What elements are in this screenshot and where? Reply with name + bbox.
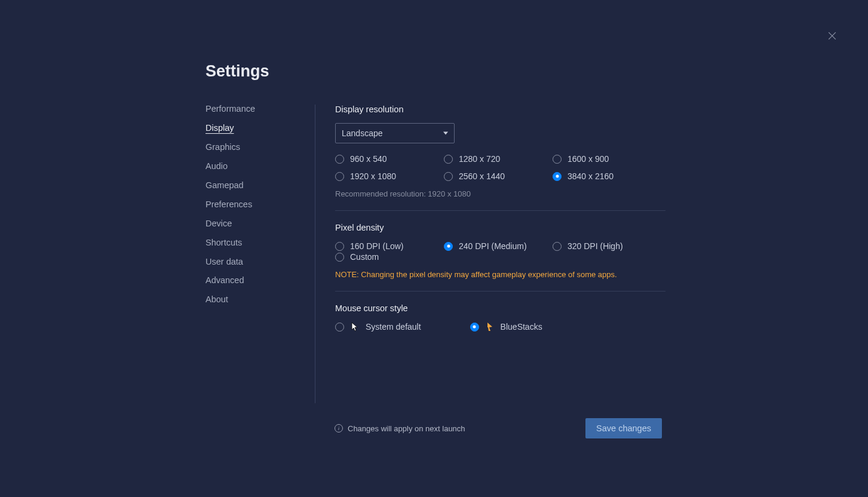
sidebar-item-display[interactable]: Display bbox=[206, 124, 303, 133]
sidebar-item-user-data[interactable]: User data bbox=[206, 257, 303, 267]
mouse-cursor-title: Mouse cursor style bbox=[335, 303, 665, 313]
radio-cursor-system-default[interactable]: System default bbox=[335, 322, 421, 332]
sidebar-item-audio[interactable]: Audio bbox=[206, 162, 303, 171]
radio-resolution-960x540[interactable]: 960 x 540 bbox=[335, 154, 444, 164]
sidebar-item-advanced[interactable]: Advanced bbox=[206, 276, 303, 286]
sidebar-item-performance[interactable]: Performance bbox=[206, 105, 303, 114]
settings-sidebar: PerformanceDisplayGraphicsAudioGamepadPr… bbox=[206, 105, 315, 403]
radio-dpi-custom[interactable]: Custom bbox=[335, 252, 665, 262]
radio-label: 160 DPI (Low) bbox=[350, 241, 403, 251]
pixel-density-note: NOTE: Changing the pixel density may aff… bbox=[335, 270, 665, 279]
radio-circle-icon bbox=[335, 172, 344, 181]
radio-circle-icon bbox=[553, 155, 562, 164]
radio-circle-icon bbox=[335, 242, 344, 251]
radio-circle-icon bbox=[553, 242, 562, 251]
radio-label: 960 x 540 bbox=[350, 154, 387, 164]
orientation-select-value: Landscape bbox=[342, 128, 383, 138]
radio-cursor-bluestacks[interactable]: BlueStacks bbox=[470, 322, 542, 332]
radio-resolution-1600x900[interactable]: 1600 x 900 bbox=[553, 154, 661, 164]
chevron-down-icon bbox=[443, 132, 448, 135]
radio-resolution-1920x1080[interactable]: 1920 x 1080 bbox=[335, 171, 444, 181]
info-icon: i bbox=[335, 424, 343, 432]
sidebar-item-graphics[interactable]: Graphics bbox=[206, 143, 303, 152]
footer-notice: i Changes will apply on next launch bbox=[335, 424, 465, 433]
radio-label: BlueStacks bbox=[501, 322, 542, 332]
sidebar-item-gamepad[interactable]: Gamepad bbox=[206, 181, 303, 191]
section-pixel-density: Pixel density 160 DPI (Low)240 DPI (Medi… bbox=[335, 223, 665, 292]
radio-label: 240 DPI (Medium) bbox=[459, 241, 527, 251]
sidebar-item-device[interactable]: Device bbox=[206, 219, 303, 229]
radio-dpi-320-dpi-high-[interactable]: 320 DPI (High) bbox=[553, 241, 661, 251]
radio-resolution-2560x1440[interactable]: 2560 x 1440 bbox=[444, 171, 553, 181]
footer-notice-text: Changes will apply on next launch bbox=[348, 424, 465, 433]
radio-label: 1600 x 900 bbox=[568, 154, 609, 164]
radio-resolution-3840x2160[interactable]: 3840 x 2160 bbox=[553, 171, 661, 181]
radio-circle-icon bbox=[335, 253, 344, 262]
radio-circle-icon bbox=[335, 155, 344, 164]
radio-circle-icon bbox=[553, 172, 562, 181]
radio-circle-icon bbox=[470, 323, 479, 332]
pixel-density-title: Pixel density bbox=[335, 223, 665, 232]
radio-label: 320 DPI (High) bbox=[568, 241, 623, 251]
system-cursor-icon bbox=[350, 322, 360, 332]
page-title: Settings bbox=[206, 62, 665, 81]
sidebar-item-about[interactable]: About bbox=[206, 295, 303, 305]
radio-dpi-160-dpi-low-[interactable]: 160 DPI (Low) bbox=[335, 241, 444, 251]
section-mouse-cursor: Mouse cursor style System defaultBlueSta… bbox=[335, 303, 665, 343]
sidebar-item-shortcuts[interactable]: Shortcuts bbox=[206, 238, 303, 248]
radio-circle-icon bbox=[335, 323, 344, 332]
recommended-resolution-text: Recommended resolution: 1920 x 1080 bbox=[335, 189, 665, 198]
radio-label: Custom bbox=[350, 252, 379, 262]
save-changes-button[interactable]: Save changes bbox=[585, 418, 662, 438]
radio-dpi-240-dpi-medium-[interactable]: 240 DPI (Medium) bbox=[444, 241, 553, 251]
radio-label: 2560 x 1440 bbox=[459, 171, 505, 181]
radio-label: 1920 x 1080 bbox=[350, 171, 396, 181]
bluestacks-cursor-icon bbox=[485, 322, 495, 332]
orientation-select[interactable]: Landscape bbox=[335, 123, 455, 143]
radio-label: System default bbox=[366, 322, 421, 332]
radio-circle-icon bbox=[444, 172, 453, 181]
sidebar-item-preferences[interactable]: Preferences bbox=[206, 200, 303, 210]
radio-label: 1280 x 720 bbox=[459, 154, 500, 164]
display-resolution-title: Display resolution bbox=[335, 105, 665, 114]
close-button[interactable] bbox=[826, 30, 838, 42]
radio-circle-icon bbox=[444, 155, 453, 164]
radio-label: 3840 x 2160 bbox=[568, 171, 614, 181]
radio-circle-icon bbox=[444, 242, 453, 251]
section-display-resolution: Display resolution Landscape 960 x 54012… bbox=[335, 105, 665, 211]
radio-resolution-1280x720[interactable]: 1280 x 720 bbox=[444, 154, 553, 164]
